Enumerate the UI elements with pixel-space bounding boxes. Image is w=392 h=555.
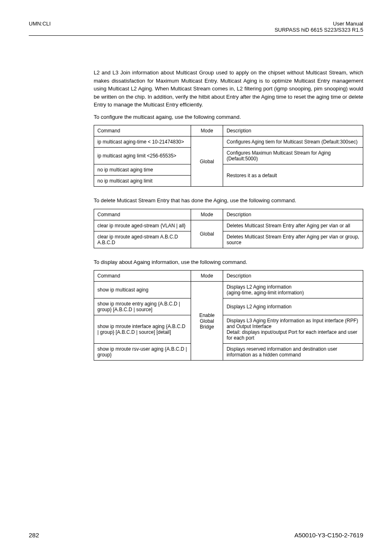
table-row: show ip mroute rsv-user aging {A.B.C.D |… — [94, 344, 363, 361]
table-display-aging: Command Mode Description show ip multica… — [94, 270, 363, 361]
th-mode: Mode — [191, 125, 223, 136]
table-row: ip multicast aging limit <256-65535> Con… — [94, 148, 363, 164]
header-right-top: User Manual — [274, 21, 363, 27]
th-command: Command — [94, 271, 191, 282]
cmd-cell: show ip multicast aging — [94, 282, 191, 298]
cmd-cell: ip multicast aging limit <256-65535> — [94, 148, 191, 164]
header-left: UMN:CLI — [29, 21, 51, 33]
th-command: Command — [94, 209, 191, 220]
th-mode: Mode — [191, 271, 223, 282]
table3-intro: To display about Againg information, use… — [94, 258, 363, 266]
mode-cell: Enable Global Bridge — [191, 282, 223, 361]
doc-id: A50010-Y3-C150-2-7619 — [294, 532, 363, 539]
desc-cell: Displays L3 Aging Entry information as I… — [223, 315, 363, 344]
table-row: show ip mroute entry aging {A.B.C.D | gr… — [94, 298, 363, 315]
mode-cell: Global — [191, 220, 223, 248]
table-header-row: Command Mode Description — [94, 125, 363, 136]
desc-cell: Displays L2 Aging information (aging-tim… — [223, 282, 363, 298]
cmd-cell: show ip mroute rsv-user aging {A.B.C.D |… — [94, 344, 191, 361]
page-footer: 282 A50010-Y3-C150-2-7619 — [29, 532, 363, 539]
cmd-cell: no ip multicast aging limit — [94, 176, 191, 187]
desc-cell: Deletes Multicast Stream Entry after Agi… — [223, 231, 363, 248]
th-description: Description — [223, 271, 363, 282]
cmd-cell: show ip mroute interface aging {A.B.C.D … — [94, 315, 191, 344]
table-row: ip multicast aging-time < 10-21474830> G… — [94, 136, 363, 148]
table-row: no ip multicast aging time Restores it a… — [94, 164, 363, 176]
table1-intro: To configure the multicast againg, use t… — [94, 113, 363, 121]
cmd-cell: no ip multicast aging time — [94, 164, 191, 176]
table-header-row: Command Mode Description — [94, 271, 363, 282]
cmd-cell: clear ip mroute aged-stream A.B.C.D A.B.… — [94, 231, 191, 248]
header-right: User Manual SURPASS hiD 6615 S223/S323 R… — [274, 21, 363, 33]
table-row: show ip mroute interface aging {A.B.C.D … — [94, 315, 363, 344]
table-row: clear ip mroute aged-stream A.B.C.D A.B.… — [94, 231, 363, 248]
desc-cell: Displays reserved information and destin… — [223, 344, 363, 361]
mode-cell: Global — [191, 136, 223, 187]
content-area: L2 and L3 Join information about Multica… — [94, 69, 363, 361]
desc-cell: Configures Aging tiem for Multicast Stre… — [223, 136, 363, 148]
desc-cell: Displays L2 Aging information — [223, 298, 363, 315]
table2-intro: To delete Muticast Stream Entry that has… — [94, 197, 363, 205]
cmd-cell: clear ip mroute aged-stream {VLAN | all} — [94, 220, 191, 231]
desc-cell: Restores it as a default — [223, 164, 363, 187]
table-row: show ip multicast aging Enable Global Br… — [94, 282, 363, 298]
table-header-row: Command Mode Description — [94, 209, 363, 220]
header-right-bottom: SURPASS hiD 6615 S223/S323 R1.5 — [274, 27, 363, 33]
table-configure-aging: Command Mode Description ip multicast ag… — [94, 125, 363, 187]
cmd-cell: show ip mroute entry aging {A.B.C.D | gr… — [94, 298, 191, 315]
th-mode: Mode — [191, 209, 223, 220]
intro-paragraph: L2 and L3 Join information about Multica… — [94, 69, 363, 109]
cmd-cell: ip multicast aging-time < 10-21474830> — [94, 136, 191, 148]
th-description: Description — [223, 209, 363, 220]
desc-cell: Deletes Multicast Stream Entry after Agi… — [223, 220, 363, 231]
page-header: UMN:CLI User Manual SURPASS hiD 6615 S22… — [29, 21, 363, 36]
table-row: clear ip mroute aged-stream {VLAN | all}… — [94, 220, 363, 231]
table-delete-entry: Command Mode Description clear ip mroute… — [94, 209, 363, 248]
desc-cell: Configures Maximun Multicast Stream for … — [223, 148, 363, 164]
th-description: Description — [223, 125, 363, 136]
page-number: 282 — [29, 532, 39, 539]
th-command: Command — [94, 125, 191, 136]
